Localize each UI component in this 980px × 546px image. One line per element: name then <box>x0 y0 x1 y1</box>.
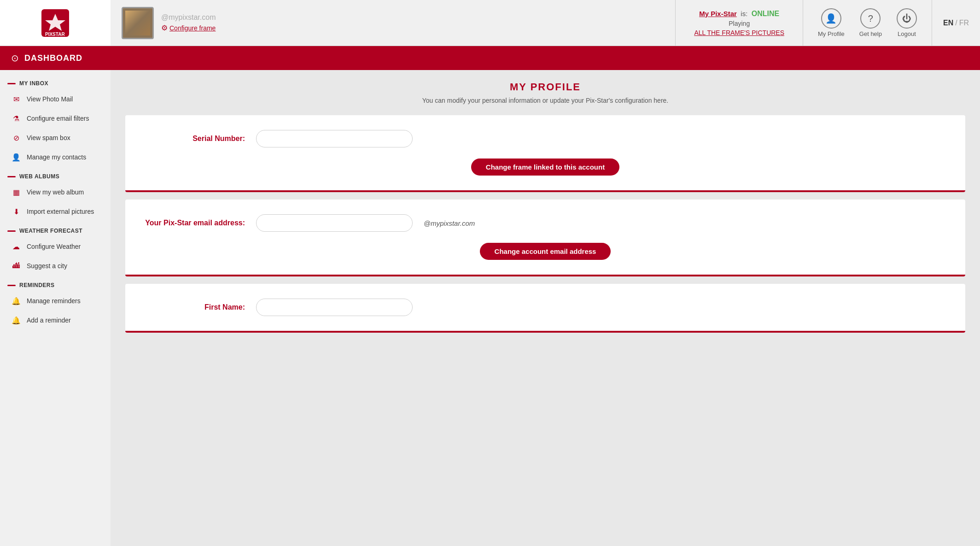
dashboard-bar: ⊙ DASHBOARD <box>0 46 980 70</box>
status-area: My Pix-Star is: ONLINE Playing ALL THE F… <box>675 0 803 46</box>
serial-number-card: Serial Number: Change frame linked to th… <box>125 115 965 192</box>
get-help-icon: ? <box>860 8 881 29</box>
serial-number-label: Serial Number: <box>144 135 245 143</box>
configure-frame-link[interactable]: ⚙Configure frame <box>161 23 216 32</box>
manage-reminders-icon: 🔔 <box>11 296 21 306</box>
sidebar-item-label-import-pictures: Import external pictures <box>27 208 94 215</box>
all-pictures-link[interactable]: ALL THE FRAME'S PICTURES <box>694 29 784 36</box>
nav-logout[interactable]: ⏻ Logout <box>897 8 917 37</box>
sidebar-item-import-pictures[interactable]: ⬇ Import external pictures <box>0 202 111 221</box>
serial-number-row: Serial Number: <box>144 130 947 147</box>
first-name-label: First Name: <box>144 303 245 311</box>
frame-info: @mypixstar.com ⚙Configure frame <box>161 13 216 32</box>
sidebar-item-view-spam-box[interactable]: ⊘ View spam box <box>0 128 111 147</box>
sidebar-item-label-add-reminder: Add a reminder <box>27 317 71 324</box>
configure-weather-icon: ☁ <box>11 241 21 252</box>
get-help-label: Get help <box>859 30 882 37</box>
frame-thumbnail-inner <box>125 11 150 35</box>
my-profile-icon: 👤 <box>821 8 841 29</box>
section-line-reminders <box>7 285 16 286</box>
sidebar-section-reminders-header: REMINDERS <box>0 276 111 291</box>
nav-icons: 👤 My Profile ? Get help ⏻ Logout <box>803 8 932 37</box>
gear-icon: ⚙ <box>161 24 168 32</box>
nav-my-profile[interactable]: 👤 My Profile <box>818 8 845 37</box>
email-input[interactable] <box>256 214 413 232</box>
change-email-button[interactable]: Change account email address <box>480 243 611 260</box>
playing-label: Playing <box>729 20 750 27</box>
serial-number-button-row: Change frame linked to this account <box>144 159 947 176</box>
sidebar-item-label-configure-email-filters: Configure email filters <box>27 115 89 122</box>
frame-email: @mypixstar.com <box>161 13 216 22</box>
sidebar-item-label-manage-contacts: Manage my contacts <box>27 153 86 161</box>
my-pixstar-link[interactable]: My Pix-Star <box>699 10 737 18</box>
first-name-card: First Name: <box>125 284 965 333</box>
dashboard-title: DASHBOARD <box>24 53 82 63</box>
serial-number-input[interactable] <box>256 130 413 147</box>
web-album-icon: ▦ <box>11 187 21 197</box>
sidebar-section-my-inbox-header: MY INBOX <box>0 74 111 89</box>
sidebar-section-web-albums-title: WEB ALBUMS <box>19 173 59 180</box>
sidebar-item-label-view-web-album: View my web album <box>27 188 84 196</box>
sidebar-item-manage-reminders[interactable]: 🔔 Manage reminders <box>0 291 111 311</box>
nav-get-help[interactable]: ? Get help <box>859 8 882 37</box>
first-name-row: First Name: <box>144 299 947 316</box>
lang-en[interactable]: EN <box>943 19 953 27</box>
section-line-web-albums <box>7 176 16 177</box>
email-card: Your Pix-Star email address: @mypixstar.… <box>125 200 965 276</box>
email-label: Your Pix-Star email address: <box>144 219 245 227</box>
sidebar-item-configure-email-filters[interactable]: ⚗ Configure email filters <box>0 109 111 128</box>
sidebar-item-label-configure-weather: Configure Weather <box>27 243 81 250</box>
frame-area: @mypixstar.com ⚙Configure frame <box>111 7 675 39</box>
svg-text:PIXSTAR: PIXSTAR <box>45 32 65 37</box>
status-row: My Pix-Star is: ONLINE <box>699 10 779 18</box>
sidebar-item-label-manage-reminders: Manage reminders <box>27 297 81 305</box>
sidebar-section-reminders-title: REMINDERS <box>19 282 55 288</box>
configure-frame-anchor[interactable]: Configure frame <box>169 24 216 32</box>
main-layout: MY INBOX ✉ View Photo Mail ⚗ Configure e… <box>0 70 980 546</box>
photo-mail-icon: ✉ <box>11 94 21 104</box>
top-header: PIXSTAR @mypixstar.com ⚙Configure frame … <box>0 0 980 46</box>
email-suffix: @mypixstar.com <box>424 219 475 227</box>
lang-separator: / <box>955 19 957 27</box>
section-line-weather <box>7 230 16 232</box>
logo-box: PIXSTAR <box>41 9 69 37</box>
sidebar-item-label-view-spam-box: View spam box <box>27 134 70 141</box>
status-value: ONLINE <box>752 10 779 18</box>
sidebar: MY INBOX ✉ View Photo Mail ⚗ Configure e… <box>0 70 111 546</box>
my-profile-label: My Profile <box>818 30 845 37</box>
email-button-row: Change account email address <box>144 243 947 260</box>
sidebar-section-web-albums-header: WEB ALBUMS <box>0 167 111 182</box>
sidebar-item-configure-weather[interactable]: ☁ Configure Weather <box>0 237 111 256</box>
logout-label: Logout <box>898 30 916 37</box>
page-title: MY PROFILE <box>111 70 980 97</box>
sidebar-section-weather-title: WEATHER FORECAST <box>19 228 82 234</box>
pixstar-logo-icon: PIXSTAR <box>41 9 69 37</box>
sidebar-item-suggest-city[interactable]: 🏙 Suggest a city <box>0 256 111 276</box>
sidebar-section-weather-header: WEATHER FORECAST <box>0 221 111 237</box>
dashboard-icon: ⊙ <box>11 53 19 64</box>
manage-contacts-icon: 👤 <box>11 152 21 162</box>
frame-email-domain: @mypixstar.com <box>161 13 216 21</box>
import-pictures-icon: ⬇ <box>11 206 21 217</box>
content-area: MY PROFILE You can modify your personal … <box>111 70 980 546</box>
email-row: Your Pix-Star email address: @mypixstar.… <box>144 214 947 232</box>
suggest-city-icon: 🏙 <box>11 261 21 271</box>
change-frame-button[interactable]: Change frame linked to this account <box>471 159 619 176</box>
frame-thumbnail <box>122 7 154 39</box>
email-filters-icon: ⚗ <box>11 113 21 123</box>
sidebar-item-label-suggest-city: Suggest a city <box>27 262 67 270</box>
lang-switcher: EN / FR <box>932 0 980 46</box>
status-is-label: is: <box>741 10 747 18</box>
sidebar-section-my-inbox-title: MY INBOX <box>19 80 48 87</box>
sidebar-item-add-reminder[interactable]: 🔔 Add a reminder <box>0 311 111 330</box>
logout-icon: ⏻ <box>897 8 917 29</box>
sidebar-item-view-photo-mail[interactable]: ✉ View Photo Mail <box>0 89 111 109</box>
sidebar-item-label-view-photo-mail: View Photo Mail <box>27 95 73 103</box>
sidebar-item-view-web-album[interactable]: ▦ View my web album <box>0 182 111 202</box>
sidebar-item-manage-contacts[interactable]: 👤 Manage my contacts <box>0 147 111 167</box>
spam-box-icon: ⊘ <box>11 133 21 143</box>
lang-fr[interactable]: FR <box>959 19 969 27</box>
first-name-input[interactable] <box>256 299 413 316</box>
page-subtitle: You can modify your personal information… <box>111 97 980 104</box>
logo-area: PIXSTAR <box>0 0 111 46</box>
